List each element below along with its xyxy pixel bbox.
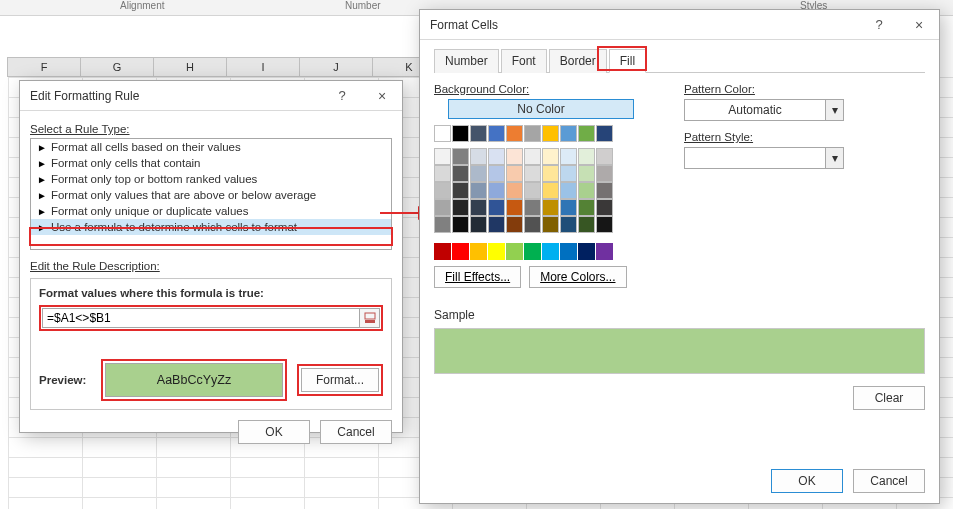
color-swatch[interactable] — [560, 148, 577, 165]
col-header[interactable]: I — [226, 57, 300, 77]
color-swatch[interactable] — [488, 125, 505, 142]
tab-border[interactable]: Border — [549, 49, 607, 73]
ok-button[interactable]: OK — [771, 469, 843, 493]
color-swatch[interactable] — [524, 199, 541, 216]
color-swatch[interactable] — [524, 165, 541, 182]
color-swatch[interactable] — [524, 148, 541, 165]
color-swatch[interactable] — [524, 216, 541, 233]
color-swatch[interactable] — [506, 148, 523, 165]
dialog-titlebar[interactable]: Edit Formatting Rule ? × — [20, 81, 402, 111]
fill-effects-button[interactable]: Fill Effects... — [434, 266, 521, 288]
color-swatch[interactable] — [452, 216, 469, 233]
color-swatch[interactable] — [596, 216, 613, 233]
color-swatch[interactable] — [488, 243, 505, 260]
pattern-style-combo[interactable]: ▾ — [684, 147, 844, 169]
color-swatch[interactable] — [596, 125, 613, 142]
color-swatch[interactable] — [578, 182, 595, 199]
color-swatch[interactable] — [560, 182, 577, 199]
color-swatch[interactable] — [452, 182, 469, 199]
color-swatch[interactable] — [596, 243, 613, 260]
color-swatch[interactable] — [524, 125, 541, 142]
color-swatch[interactable] — [434, 216, 451, 233]
col-header[interactable]: F — [7, 57, 81, 77]
color-swatch[interactable] — [560, 165, 577, 182]
color-swatch[interactable] — [542, 243, 559, 260]
close-button[interactable]: × — [899, 10, 939, 40]
color-swatch[interactable] — [488, 148, 505, 165]
color-swatch[interactable] — [524, 243, 541, 260]
color-swatch[interactable] — [506, 243, 523, 260]
color-swatch[interactable] — [452, 199, 469, 216]
color-swatch[interactable] — [560, 125, 577, 142]
pattern-color-combo[interactable]: Automatic ▾ — [684, 99, 844, 121]
color-swatch[interactable] — [542, 165, 559, 182]
color-swatch[interactable] — [578, 165, 595, 182]
color-swatch[interactable] — [560, 243, 577, 260]
color-swatch[interactable] — [470, 182, 487, 199]
color-swatch[interactable] — [506, 165, 523, 182]
color-swatch[interactable] — [578, 148, 595, 165]
ok-button[interactable]: OK — [238, 420, 310, 444]
color-swatch[interactable] — [434, 182, 451, 199]
color-swatch[interactable] — [596, 148, 613, 165]
color-swatch[interactable] — [524, 182, 541, 199]
cancel-button[interactable]: Cancel — [320, 420, 392, 444]
color-swatch[interactable] — [452, 148, 469, 165]
help-button[interactable]: ? — [322, 81, 362, 111]
color-swatch[interactable] — [452, 243, 469, 260]
color-swatch[interactable] — [506, 182, 523, 199]
cancel-button[interactable]: Cancel — [853, 469, 925, 493]
color-swatch[interactable] — [578, 216, 595, 233]
rule-type-item[interactable]: ►Format only cells that contain — [31, 155, 391, 171]
color-swatch[interactable] — [542, 182, 559, 199]
color-swatch[interactable] — [434, 148, 451, 165]
color-swatch[interactable] — [596, 199, 613, 216]
help-button[interactable]: ? — [859, 10, 899, 40]
color-swatch[interactable] — [560, 216, 577, 233]
color-swatch[interactable] — [470, 125, 487, 142]
color-swatch[interactable] — [434, 165, 451, 182]
color-swatch[interactable] — [506, 125, 523, 142]
col-header[interactable]: J — [299, 57, 373, 77]
col-header[interactable]: H — [153, 57, 227, 77]
color-swatch[interactable] — [542, 148, 559, 165]
range-selector-button[interactable] — [360, 308, 380, 328]
color-swatch[interactable] — [578, 125, 595, 142]
color-swatch[interactable] — [506, 199, 523, 216]
rule-type-item[interactable]: ►Format only top or bottom ranked values — [31, 171, 391, 187]
color-swatch[interactable] — [506, 216, 523, 233]
color-swatch[interactable] — [488, 199, 505, 216]
color-swatch[interactable] — [488, 182, 505, 199]
clear-button[interactable]: Clear — [853, 386, 925, 410]
color-swatch[interactable] — [470, 243, 487, 260]
color-swatch[interactable] — [542, 125, 559, 142]
color-swatch[interactable] — [470, 199, 487, 216]
color-swatch[interactable] — [542, 199, 559, 216]
tab-font[interactable]: Font — [501, 49, 547, 73]
color-swatch[interactable] — [578, 243, 595, 260]
color-swatch[interactable] — [452, 165, 469, 182]
color-swatch[interactable] — [542, 216, 559, 233]
rule-type-item[interactable]: ►Format only values that are above or be… — [31, 187, 391, 203]
formula-input[interactable] — [42, 308, 360, 328]
close-button[interactable]: × — [362, 81, 402, 111]
tab-fill[interactable]: Fill — [609, 49, 646, 73]
color-swatch[interactable] — [470, 165, 487, 182]
rule-type-list[interactable]: ►Format all cells based on their values … — [30, 138, 392, 250]
format-button[interactable]: Format... — [301, 368, 379, 392]
rule-type-item-selected[interactable]: ►Use a formula to determine which cells … — [31, 219, 391, 235]
dropdown-button[interactable]: ▾ — [826, 147, 844, 169]
color-swatch[interactable] — [470, 216, 487, 233]
rule-type-item[interactable]: ►Format only unique or duplicate values — [31, 203, 391, 219]
color-swatch[interactable] — [560, 199, 577, 216]
dialog-titlebar[interactable]: Format Cells ? × — [420, 10, 939, 40]
no-color-button[interactable]: No Color — [448, 99, 634, 119]
more-colors-button[interactable]: More Colors... — [529, 266, 626, 288]
tab-number[interactable]: Number — [434, 49, 499, 73]
color-swatch[interactable] — [488, 216, 505, 233]
color-swatch[interactable] — [578, 199, 595, 216]
col-header[interactable]: G — [80, 57, 154, 77]
color-swatch[interactable] — [596, 182, 613, 199]
color-swatch[interactable] — [488, 165, 505, 182]
color-swatch[interactable] — [470, 148, 487, 165]
